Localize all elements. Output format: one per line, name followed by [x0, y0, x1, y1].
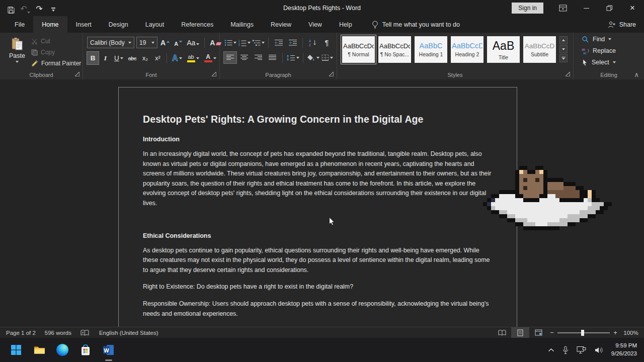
proofing-errors-icon[interactable] — [80, 330, 89, 336]
tell-me-label: Tell me what you want to do — [382, 21, 460, 28]
svg-text:A: A — [309, 39, 311, 43]
edge-browser-button[interactable] — [56, 343, 69, 356]
borders-button[interactable] — [321, 52, 334, 63]
style-heading-1[interactable]: AaBbC Heading 1 — [415, 36, 447, 63]
tell-me-box[interactable]: Tell me what you want to do — [372, 16, 460, 33]
styles-dialog-launcher-icon[interactable] — [566, 72, 570, 76]
styles-scroll-up-button[interactable] — [559, 36, 568, 44]
replace-button[interactable]: abac Replace — [582, 46, 644, 56]
document-page[interactable]: Desktop Pets' Rights: A Growing Concern … — [118, 87, 517, 327]
clipboard-dialog-launcher-icon[interactable] — [75, 72, 79, 76]
tab-view[interactable]: View — [300, 16, 331, 33]
svg-text:3: 3 — [238, 44, 240, 46]
sign-in-button[interactable]: Sign in — [512, 3, 543, 14]
italic-button[interactable]: I — [100, 52, 111, 64]
zoom-out-button[interactable]: − — [547, 329, 556, 336]
align-center-button[interactable] — [238, 52, 251, 63]
tab-mailings[interactable]: Mailings — [222, 16, 262, 33]
start-button[interactable] — [10, 343, 23, 356]
select-arrow-icon — [582, 59, 588, 66]
read-mode-button[interactable] — [493, 327, 511, 338]
cut-button[interactable]: Cut — [31, 37, 81, 45]
desktop-pet-cat[interactable] — [483, 166, 612, 230]
tab-layout[interactable]: Layout — [137, 16, 173, 33]
style-normal[interactable]: AaBbCcDc ¶ Normal — [342, 36, 375, 63]
caret-up-icon — [562, 39, 565, 41]
copy-button[interactable]: Copy — [31, 48, 81, 56]
font-size-select[interactable]: 19 — [136, 37, 157, 48]
zoom-level[interactable]: 100% — [620, 330, 642, 336]
align-left-button[interactable] — [224, 52, 236, 63]
style-heading-2[interactable]: AaBbCcD Heading 2 — [451, 36, 484, 63]
folder-icon — [33, 344, 46, 356]
sort-button[interactable]: AZ — [306, 37, 319, 48]
minimize-button[interactable] — [575, 0, 598, 16]
ribbon-display-options-button[interactable] — [551, 0, 575, 16]
word-taskbar-button[interactable]: W — [102, 343, 115, 356]
collapse-ribbon-button[interactable]: ∧ — [634, 71, 639, 78]
superscript-button[interactable]: x² — [152, 52, 164, 64]
print-layout-button[interactable] — [511, 327, 529, 338]
tab-insert[interactable]: Insert — [67, 16, 100, 33]
tray-chevron-up-icon[interactable] — [548, 348, 554, 352]
language-indicator[interactable]: English (United States) — [99, 330, 158, 336]
file-explorer-button[interactable] — [33, 343, 46, 356]
font-color-button[interactable]: A — [202, 52, 218, 64]
tab-review[interactable]: Review — [262, 16, 300, 33]
restore-button[interactable] — [598, 0, 621, 16]
page-indicator[interactable]: Page 1 of 2 — [6, 330, 36, 336]
shrink-font-button[interactable]: A — [173, 37, 184, 48]
grow-font-button[interactable]: A — [159, 37, 171, 48]
redo-button[interactable]: ↷ — [34, 3, 44, 14]
bold-button[interactable]: B — [87, 52, 99, 64]
style-subtitle[interactable]: AaBbCcD Subtitle — [523, 36, 556, 63]
zoom-slider-handle[interactable] — [581, 330, 584, 336]
format-painter-button[interactable]: Format Painter — [31, 59, 81, 67]
text-effects-button[interactable]: A — [170, 52, 184, 64]
show-formatting-marks-button[interactable]: ¶ — [320, 37, 333, 48]
subscript-button[interactable]: x₂ — [139, 52, 151, 64]
justify-button[interactable] — [266, 52, 279, 63]
tab-home[interactable]: Home — [33, 16, 67, 33]
numbering-button[interactable]: 123 — [238, 37, 251, 48]
save-icon[interactable] — [6, 3, 16, 14]
font-dialog-launcher-icon[interactable] — [212, 72, 216, 76]
paragraph-dialog-launcher-icon[interactable] — [329, 72, 334, 76]
paste-button[interactable]: Paste — [4, 36, 30, 70]
decrease-indent-button[interactable] — [272, 37, 285, 48]
tab-file[interactable]: File — [6, 16, 33, 33]
underline-button[interactable]: U — [112, 52, 125, 64]
zoom-slider[interactable] — [557, 332, 610, 333]
increase-indent-button[interactable] — [286, 37, 299, 48]
style-title[interactable]: AaB Title — [487, 36, 520, 63]
font-family-select[interactable]: Calibri (Body — [87, 37, 134, 48]
select-button[interactable]: Select — [582, 57, 644, 67]
align-right-button[interactable] — [252, 52, 265, 63]
clock[interactable]: 9:59 PM 9/26/2023 — [611, 342, 637, 357]
highlight-color-button[interactable]: ab — [185, 52, 201, 64]
strikethrough-button[interactable]: abc — [126, 52, 138, 64]
zoom-in-button[interactable]: + — [611, 329, 620, 336]
find-button[interactable]: Find — [582, 34, 644, 44]
bullets-button[interactable] — [224, 37, 236, 48]
styles-more-button[interactable] — [559, 54, 568, 62]
undo-button[interactable]: ↶ — [20, 3, 30, 14]
line-spacing-button[interactable] — [286, 52, 299, 63]
word-count[interactable]: 596 words — [45, 330, 71, 336]
microphone-icon[interactable] — [562, 346, 569, 354]
share-button[interactable]: Share — [608, 16, 636, 33]
web-layout-button[interactable] — [529, 327, 547, 338]
network-display-icon[interactable] — [577, 346, 587, 354]
tab-references[interactable]: References — [173, 16, 222, 33]
speaker-icon[interactable] — [594, 346, 604, 354]
customize-quick-access-button[interactable] — [48, 3, 58, 14]
tab-design[interactable]: Design — [100, 16, 137, 33]
style-no-spacing[interactable]: AaBbCcDc ¶ No Spac... — [378, 36, 411, 63]
close-button[interactable]: × — [621, 0, 644, 16]
change-case-button[interactable]: Aa — [186, 37, 200, 48]
tab-help[interactable]: Help — [331, 16, 361, 33]
shading-button[interactable] — [307, 52, 319, 63]
microsoft-store-button[interactable] — [79, 343, 92, 356]
styles-scroll-down-button[interactable] — [559, 45, 568, 53]
multilevel-list-button[interactable] — [252, 37, 265, 48]
